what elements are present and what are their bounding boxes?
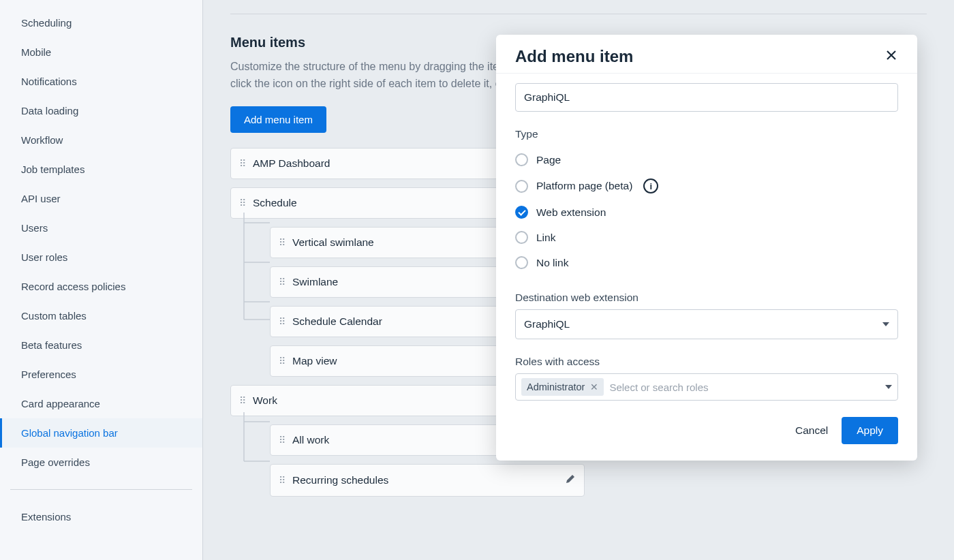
radio-label: Link: [536, 232, 555, 244]
menu-item-label: Recurring schedules: [292, 474, 388, 486]
modal-body: Type Page Platform page (beta) i Web ext…: [496, 74, 917, 401]
radio-icon: [515, 153, 528, 166]
radio-label: No link: [536, 257, 568, 269]
radio-web-extension[interactable]: Web extension: [515, 200, 898, 225]
section-divider: [230, 14, 927, 14]
info-icon[interactable]: i: [643, 178, 658, 193]
radio-link[interactable]: Link: [515, 225, 898, 250]
sidebar-item-card-appearance[interactable]: Card appearance: [0, 389, 202, 418]
cancel-button[interactable]: Cancel: [795, 424, 828, 437]
menu-item-row[interactable]: ⠿ Recurring schedules: [270, 464, 585, 497]
menu-item-label: Schedule Calendar: [292, 315, 382, 328]
drag-icon[interactable]: ⠿: [279, 237, 284, 248]
sidebar-item-user-roles[interactable]: User roles: [0, 243, 202, 272]
destination-value: GraphiQL: [524, 318, 570, 330]
roles-placeholder: Select or search roles: [609, 382, 880, 393]
modal-title: Add menu item: [515, 47, 633, 66]
sidebar-item-scheduling[interactable]: Scheduling: [0, 8, 202, 37]
modal-header: Add menu item: [496, 35, 917, 74]
menu-item-label: Map view: [292, 355, 337, 367]
sidebar-item-api-user[interactable]: API user: [0, 184, 202, 213]
modal-footer: Cancel Apply: [496, 401, 917, 461]
type-label: Type: [515, 128, 898, 140]
roles-label: Roles with access: [515, 356, 898, 368]
radio-icon: [515, 180, 528, 193]
sidebar-divider: [10, 489, 192, 490]
chip-label: Administrator: [527, 382, 585, 392]
sidebar-item-record-access-policies[interactable]: Record access policies: [0, 272, 202, 301]
sidebar-item-data-loading[interactable]: Data loading: [0, 96, 202, 125]
drag-icon[interactable]: ⠿: [279, 316, 284, 327]
radio-icon: [515, 256, 528, 269]
menu-item-name-input[interactable]: [515, 83, 898, 112]
role-chip-administrator: Administrator ✕: [521, 378, 604, 396]
drag-icon[interactable]: ⠿: [279, 277, 284, 287]
radio-icon: [515, 231, 528, 244]
sidebar-item-extensions[interactable]: Extensions: [0, 502, 202, 531]
menu-item-label: All work: [292, 434, 329, 446]
sidebar-item-workflow[interactable]: Workflow: [0, 125, 202, 155]
drag-icon[interactable]: ⠿: [279, 356, 284, 367]
radio-page[interactable]: Page: [515, 147, 898, 172]
menu-item-label: Vertical swimlane: [292, 236, 374, 249]
sidebar-item-page-overrides[interactable]: Page overrides: [0, 448, 202, 477]
radio-no-link[interactable]: No link: [515, 250, 898, 275]
radio-icon: [515, 206, 528, 219]
radio-label: Platform page (beta): [536, 180, 632, 192]
sidebar-item-job-templates[interactable]: Job templates: [0, 155, 202, 184]
apply-button[interactable]: Apply: [842, 417, 898, 444]
sidebar: Scheduling Mobile Notifications Data loa…: [0, 0, 203, 560]
drag-icon[interactable]: ⠿: [279, 435, 284, 446]
radio-platform-page[interactable]: Platform page (beta) i: [515, 172, 898, 200]
radio-label: Web extension: [536, 206, 606, 219]
destination-label: Destination web extension: [515, 292, 898, 304]
add-menu-item-button[interactable]: Add menu item: [230, 106, 326, 133]
menu-item-label: Schedule: [253, 197, 297, 209]
drag-icon[interactable]: ⠿: [279, 475, 284, 486]
sidebar-item-notifications[interactable]: Notifications: [0, 67, 202, 96]
sidebar-item-custom-tables[interactable]: Custom tables: [0, 301, 202, 330]
menu-item-label: Work: [253, 394, 277, 407]
add-menu-item-modal: Add menu item Type Page Platform page (b…: [496, 35, 917, 461]
sidebar-item-users[interactable]: Users: [0, 213, 202, 243]
edit-icon[interactable]: [565, 473, 576, 487]
radio-label: Page: [536, 154, 561, 166]
sidebar-item-global-navigation-bar[interactable]: Global navigation bar: [0, 418, 202, 448]
drag-icon[interactable]: ⠿: [239, 158, 245, 169]
sidebar-item-beta-features[interactable]: Beta features: [0, 330, 202, 360]
chip-remove-icon[interactable]: ✕: [590, 382, 598, 392]
sidebar-item-mobile[interactable]: Mobile: [0, 37, 202, 67]
roles-multiselect[interactable]: Administrator ✕ Select or search roles: [515, 373, 898, 401]
drag-icon[interactable]: ⠿: [239, 198, 245, 208]
drag-icon[interactable]: ⠿: [239, 395, 245, 406]
menu-item-label: AMP Dashboard: [253, 157, 330, 170]
type-radio-group: Page Platform page (beta) i Web extensio…: [515, 147, 898, 275]
chevron-down-icon: [885, 385, 892, 389]
menu-item-label: Swimlane: [292, 276, 338, 288]
close-icon[interactable]: [884, 48, 898, 65]
chevron-down-icon: [882, 322, 889, 326]
sidebar-item-preferences[interactable]: Preferences: [0, 360, 202, 389]
destination-select[interactable]: GraphiQL: [515, 309, 898, 339]
